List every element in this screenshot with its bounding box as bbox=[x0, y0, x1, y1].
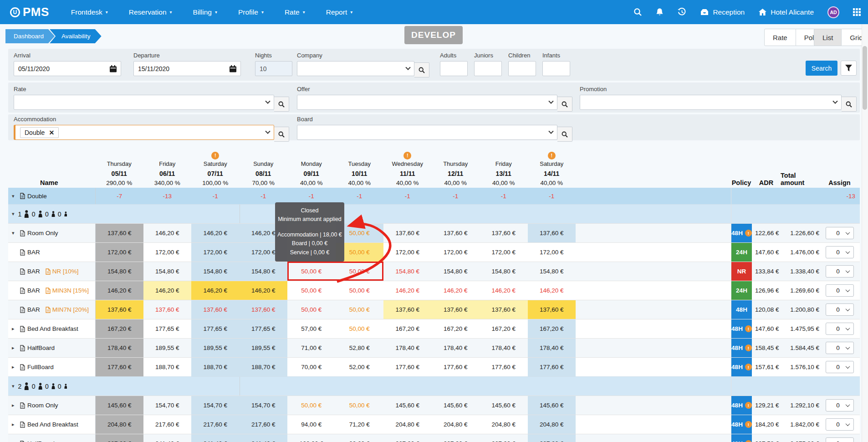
occupancy-group[interactable]: ▾1000 bbox=[8, 205, 240, 223]
departure-date-input[interactable]: 15/11/2020 bbox=[133, 61, 241, 76]
assign-select[interactable]: 0 bbox=[826, 342, 854, 354]
price-cell[interactable]: 154,80 € bbox=[240, 262, 288, 281]
price-cell[interactable]: 204,80 € bbox=[383, 415, 432, 434]
price-cell[interactable]: 177,60 € bbox=[528, 358, 576, 376]
price-cell[interactable]: 167,20 € bbox=[95, 319, 143, 338]
rate-name[interactable]: ▸HalfBoard bbox=[8, 434, 95, 442]
vertical-scrollbar[interactable] bbox=[862, 24, 868, 442]
breadcrumb-dashboard[interactable]: Dashboard bbox=[5, 29, 55, 43]
advanced-filter-button[interactable] bbox=[841, 61, 857, 76]
assign-select[interactable]: 0 bbox=[826, 227, 854, 239]
company-search-button[interactable] bbox=[414, 62, 429, 77]
price-cell[interactable]: 241,40 € bbox=[240, 434, 288, 442]
assign-select[interactable]: 0 bbox=[826, 361, 854, 373]
company-select[interactable] bbox=[297, 61, 414, 76]
offer-select[interactable] bbox=[297, 95, 557, 110]
price-cell[interactable]: 217,60 € bbox=[191, 415, 240, 434]
price-cell[interactable]: 145,60 € bbox=[432, 396, 480, 415]
assign-select[interactable]: 0 bbox=[826, 246, 854, 258]
price-cell[interactable]: 204,80 € bbox=[432, 415, 480, 434]
price-cell[interactable]: 178,40 € bbox=[95, 339, 143, 357]
price-cell[interactable]: 154,70 € bbox=[191, 396, 240, 415]
rate-name[interactable]: BAR bbox=[8, 243, 95, 262]
price-cell[interactable]: 50,00 € bbox=[287, 300, 336, 319]
price-cell[interactable]: 137,60 € bbox=[191, 300, 240, 319]
adults-input[interactable] bbox=[440, 61, 468, 76]
price-cell[interactable]: 146,20 € bbox=[528, 281, 576, 300]
price-cell[interactable]: 227,20 € bbox=[480, 434, 528, 442]
rate-search-button[interactable] bbox=[274, 97, 289, 112]
rate-name[interactable]: ▸HalfBoard bbox=[8, 339, 95, 357]
price-cell[interactable]: 154,80 € bbox=[143, 262, 192, 281]
price-cell[interactable]: 137,60 € bbox=[528, 224, 576, 242]
price-cell[interactable]: 204,80 € bbox=[480, 415, 528, 434]
price-cell[interactable]: 122,00 € bbox=[287, 434, 336, 442]
arrival-date-input[interactable]: 05/11/2020 bbox=[14, 61, 121, 76]
collapse-caret-icon[interactable]: ▸ bbox=[12, 364, 18, 370]
collapse-caret-icon[interactable]: ▸ bbox=[12, 345, 18, 351]
collapse-caret-icon[interactable]: ▾ bbox=[12, 211, 15, 217]
accommodation-search-button[interactable] bbox=[274, 127, 289, 142]
collapse-caret-icon[interactable]: ▸ bbox=[12, 402, 18, 408]
price-cell[interactable]: 227,20 € bbox=[383, 434, 432, 442]
price-cell[interactable]: 137,60 € bbox=[383, 300, 432, 319]
rate-name[interactable]: ▸FullBoard bbox=[8, 358, 95, 376]
reception-link[interactable]: Reception bbox=[700, 8, 745, 16]
price-cell[interactable]: 71,20 € bbox=[336, 415, 384, 434]
price-cell[interactable]: 146,20 € bbox=[191, 281, 240, 300]
apps-grid-icon[interactable] bbox=[853, 8, 861, 16]
price-cell[interactable]: 167,20 € bbox=[432, 319, 480, 338]
room-type-name[interactable]: ▾Double bbox=[8, 188, 95, 204]
price-cell[interactable]: 178,40 € bbox=[480, 339, 528, 357]
price-cell[interactable]: 241,40 € bbox=[191, 434, 240, 442]
price-cell[interactable]: 177,60 € bbox=[95, 358, 143, 376]
price-cell[interactable]: 178,40 € bbox=[432, 339, 480, 357]
pms-logo[interactable]: U PMS bbox=[10, 5, 49, 19]
rate-name[interactable]: ▸Room Only bbox=[8, 396, 95, 415]
price-cell[interactable]: 167,20 € bbox=[383, 319, 432, 338]
price-cell[interactable]: 178,40 € bbox=[528, 339, 576, 357]
price-cell[interactable]: 227,20 € bbox=[432, 434, 480, 442]
price-cell[interactable]: 177,60 € bbox=[480, 358, 528, 376]
price-cell[interactable]: 50,00 € bbox=[287, 281, 336, 300]
price-cell[interactable]: 137,60 € bbox=[528, 300, 576, 319]
collapse-caret-icon[interactable]: ▸ bbox=[12, 421, 18, 427]
menu-reservation[interactable]: Reservation▾ bbox=[129, 8, 172, 16]
juniors-input[interactable] bbox=[474, 61, 502, 76]
price-cell[interactable]: 177,60 € bbox=[432, 358, 480, 376]
price-cell[interactable]: 70,00 € bbox=[287, 358, 336, 376]
price-cell[interactable]: 137,60 € bbox=[95, 224, 143, 242]
promotion-select[interactable] bbox=[580, 95, 842, 110]
price-cell[interactable]: 50,00 € bbox=[336, 319, 384, 338]
user-avatar[interactable]: AD bbox=[827, 6, 839, 18]
occupancy-group[interactable]: ▾2000 bbox=[8, 377, 240, 396]
search-icon[interactable] bbox=[633, 8, 642, 16]
list-view-button[interactable]: List bbox=[814, 29, 842, 46]
price-cell[interactable]: 146,20 € bbox=[95, 281, 143, 300]
price-cell[interactable]: 227,20 € bbox=[528, 434, 576, 442]
scrollbar-thumb[interactable] bbox=[863, 46, 867, 110]
rate-select[interactable] bbox=[14, 95, 274, 110]
price-cell[interactable]: 241,40 € bbox=[143, 434, 192, 442]
price-cell[interactable]: 172,00 € bbox=[480, 243, 528, 262]
rate-name[interactable]: BARNR [10%] bbox=[8, 262, 95, 281]
price-cell[interactable]: 177,60 € bbox=[383, 358, 432, 376]
price-cell[interactable]: 50,00 € bbox=[336, 300, 384, 319]
menu-billing[interactable]: Billing▾ bbox=[193, 8, 217, 16]
infants-input[interactable] bbox=[542, 61, 570, 76]
assign-select[interactable]: 0 bbox=[826, 265, 854, 278]
price-cell[interactable]: 146,20 € bbox=[143, 224, 192, 242]
collapse-caret-icon[interactable]: ▾ bbox=[12, 230, 18, 236]
assign-select[interactable]: 0 bbox=[826, 437, 854, 442]
rate-name[interactable]: BARMIN3N [15%] bbox=[8, 281, 95, 300]
price-cell[interactable]: 93,60 € bbox=[336, 434, 384, 442]
price-cell[interactable]: 154,80 € bbox=[191, 262, 240, 281]
offer-search-button[interactable] bbox=[557, 97, 572, 112]
price-cell[interactable]: 177,65 € bbox=[191, 319, 240, 338]
history-icon[interactable] bbox=[677, 8, 686, 16]
price-cell[interactable]: 172,00 € bbox=[191, 243, 240, 262]
price-cell[interactable]: 154,80 € bbox=[95, 262, 143, 281]
price-cell[interactable]: 146,20 € bbox=[240, 281, 288, 300]
price-cell[interactable]: 145,60 € bbox=[528, 396, 576, 415]
nights-input[interactable]: 10 bbox=[255, 61, 292, 76]
